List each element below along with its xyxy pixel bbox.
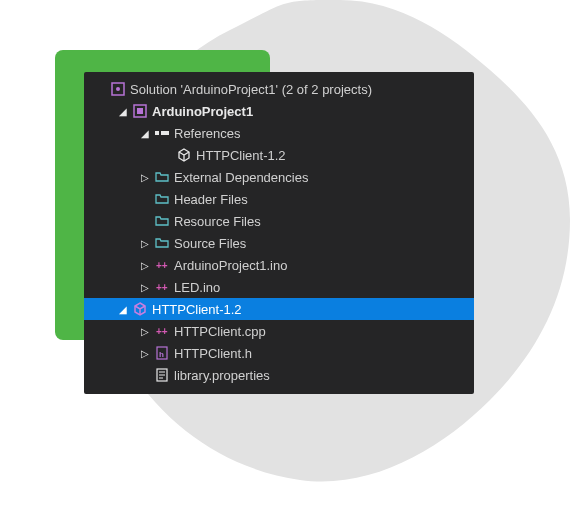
solution-node[interactable]: ▶ Solution 'ArduinoProject1' (2 of 2 pro… bbox=[84, 78, 474, 100]
header-file-icon: h bbox=[154, 345, 170, 361]
svg-text:++: ++ bbox=[156, 282, 168, 293]
svg-text:++: ++ bbox=[156, 326, 168, 337]
header-files-node[interactable]: ▷ Header Files bbox=[84, 188, 474, 210]
solution-icon bbox=[110, 81, 126, 97]
expander-icon[interactable]: ▷ bbox=[138, 238, 152, 249]
expander-icon[interactable]: ▷ bbox=[138, 348, 152, 359]
text-file-icon bbox=[154, 367, 170, 383]
svg-rect-3 bbox=[137, 108, 143, 114]
file-label: LED.ino bbox=[174, 280, 220, 295]
folder-label: External Dependencies bbox=[174, 170, 308, 185]
file-label: ArduinoProject1.ino bbox=[174, 258, 287, 273]
assembly-icon bbox=[176, 147, 192, 163]
file-label: HTTPClient.h bbox=[174, 346, 252, 361]
references-icon bbox=[154, 125, 170, 141]
folder-label: Source Files bbox=[174, 236, 246, 251]
solution-explorer-panel: ▶ Solution 'ArduinoProject1' (2 of 2 pro… bbox=[84, 72, 474, 394]
references-node[interactable]: ◢ References bbox=[84, 122, 474, 144]
expander-icon[interactable]: ▷ bbox=[138, 326, 152, 337]
expander-icon[interactable]: ◢ bbox=[138, 128, 152, 139]
folder-label: Resource Files bbox=[174, 214, 261, 229]
reference-item[interactable]: ▶ HTTPClient-1.2 bbox=[84, 144, 474, 166]
library-project-label: HTTPClient-1.2 bbox=[152, 302, 242, 317]
reference-item-label: HTTPClient-1.2 bbox=[196, 148, 286, 163]
cpp-file-icon: ++ bbox=[154, 257, 170, 273]
folder-icon bbox=[154, 191, 170, 207]
expander-icon[interactable]: ▷ bbox=[138, 172, 152, 183]
expander-icon[interactable]: ▷ bbox=[138, 282, 152, 293]
ino-file-node[interactable]: ▷ ++ ArduinoProject1.ino bbox=[84, 254, 474, 276]
header-file-node[interactable]: ▷ h HTTPClient.h bbox=[84, 342, 474, 364]
folder-label: Header Files bbox=[174, 192, 248, 207]
file-label: HTTPClient.cpp bbox=[174, 324, 266, 339]
svg-text:++: ++ bbox=[156, 260, 168, 271]
expander-icon[interactable]: ▷ bbox=[138, 260, 152, 271]
external-deps-node[interactable]: ▷ External Dependencies bbox=[84, 166, 474, 188]
svg-point-1 bbox=[116, 87, 120, 91]
cpp-file-icon: ++ bbox=[154, 279, 170, 295]
folder-icon bbox=[154, 235, 170, 251]
svg-rect-4 bbox=[155, 131, 159, 135]
library-project-node[interactable]: ◢ HTTPClient-1.2 bbox=[84, 298, 474, 320]
svg-text:h: h bbox=[159, 350, 164, 359]
library-project-icon bbox=[132, 301, 148, 317]
project-icon bbox=[132, 103, 148, 119]
references-label: References bbox=[174, 126, 240, 141]
cpp-file-icon: ++ bbox=[154, 323, 170, 339]
project-label: ArduinoProject1 bbox=[152, 104, 253, 119]
resource-files-node[interactable]: ▷ Resource Files bbox=[84, 210, 474, 232]
expander-icon[interactable]: ◢ bbox=[116, 304, 130, 315]
cpp-file-node[interactable]: ▷ ++ HTTPClient.cpp bbox=[84, 320, 474, 342]
folder-icon bbox=[154, 169, 170, 185]
svg-rect-5 bbox=[161, 131, 169, 135]
file-label: library.properties bbox=[174, 368, 270, 383]
source-files-node[interactable]: ▷ Source Files bbox=[84, 232, 474, 254]
folder-icon bbox=[154, 213, 170, 229]
ino-file-node[interactable]: ▷ ++ LED.ino bbox=[84, 276, 474, 298]
expander-icon[interactable]: ◢ bbox=[116, 106, 130, 117]
project-node[interactable]: ◢ ArduinoProject1 bbox=[84, 100, 474, 122]
properties-file-node[interactable]: ▷ library.properties bbox=[84, 364, 474, 386]
solution-label: Solution 'ArduinoProject1' (2 of 2 proje… bbox=[130, 82, 372, 97]
